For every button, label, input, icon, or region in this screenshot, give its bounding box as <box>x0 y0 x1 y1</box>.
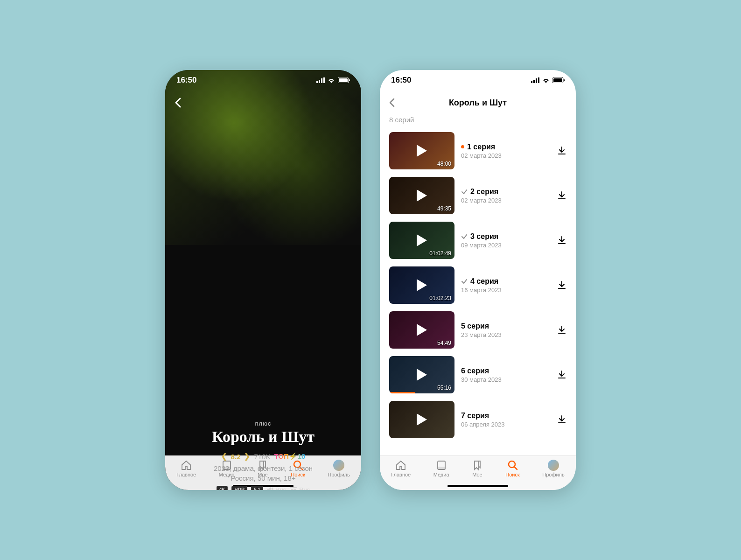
tab-my[interactable]: Моё <box>472 460 483 477</box>
episode-title-line: 5 серия <box>461 322 551 330</box>
episode-download-button[interactable] <box>557 236 566 245</box>
episode-meta: 7 серия 06 апреля 2023 <box>461 412 551 428</box>
tab-profile[interactable]: Профиль <box>542 460 565 477</box>
back-button[interactable] <box>389 98 395 107</box>
check-icon <box>461 189 468 195</box>
episodes-screen: 16:50 Король и Шут 8 серий 48:00 1 серия… <box>380 70 576 490</box>
episode-thumbnail[interactable]: 01:02:49 <box>389 222 454 259</box>
episode-date: 02 марта 2023 <box>461 197 551 204</box>
episode-row: 55:16 6 серия 30 марта 2023 <box>380 352 576 397</box>
episode-title-line: 3 серия <box>461 232 551 241</box>
rating-row: ❮ 8.2 ❯ 710K ТОП⚡10 <box>165 452 361 461</box>
episode-title: 4 серия <box>470 277 498 286</box>
episode-row: 7 серия 06 апреля 2023 <box>380 397 576 442</box>
episode-meta: 3 серия 09 марта 2023 <box>461 232 551 249</box>
episode-title-line: 1 серия <box>461 143 551 151</box>
episode-title-line: 6 серия <box>461 367 551 375</box>
episode-title-line: 7 серия <box>461 412 551 420</box>
detail-screen: 16:50 плюс Король и Шут ❮ 8.2 ❯ 710K ТОП… <box>165 70 361 490</box>
play-icon <box>417 324 427 336</box>
svg-rect-5 <box>339 78 348 82</box>
vote-count: 710K <box>254 453 270 461</box>
current-dot-icon <box>461 145 464 148</box>
play-icon <box>417 279 427 291</box>
download-icon <box>557 370 566 379</box>
episode-download-button[interactable] <box>557 191 566 200</box>
episode-download-button[interactable] <box>557 370 566 379</box>
episode-thumbnail[interactable]: 01:02:23 <box>389 266 454 304</box>
episode-title: 6 серия <box>461 367 489 375</box>
meta-genre: 2023, драма, фэнтези, 1 сезон <box>165 464 361 472</box>
avatar-icon <box>548 460 559 471</box>
status-indicators <box>531 77 565 83</box>
svg-rect-24 <box>564 79 565 81</box>
episode-download-button[interactable] <box>557 415 566 424</box>
check-icon <box>461 233 468 240</box>
quality-chips: 4K HDR 5.1 Rus Rus <box>165 486 361 490</box>
laurel-icon: ❮ <box>221 452 227 461</box>
nav-row: Король и Шут <box>380 93 576 112</box>
play-icon <box>417 413 427 426</box>
cellular-icon <box>531 77 539 83</box>
status-bar: 16:50 <box>380 70 576 91</box>
episode-duration: 01:02:23 <box>429 295 451 301</box>
download-icon <box>557 325 566 335</box>
subs-lang: Rus <box>299 486 310 490</box>
episode-meta: 1 серия 02 марта 2023 <box>461 143 551 159</box>
episode-thumbnail[interactable]: 48:00 <box>389 132 454 169</box>
episode-row: 01:02:49 3 серия 09 марта 2023 <box>380 218 576 263</box>
rating-value: 8.2 <box>231 453 241 461</box>
play-icon <box>417 189 427 202</box>
meta-country: Россия, 50 мин, 18+ <box>165 474 361 482</box>
cellular-icon <box>316 77 325 83</box>
download-icon <box>557 415 566 424</box>
episode-thumbnail[interactable]: 55:16 <box>389 356 454 393</box>
episode-download-button[interactable] <box>557 280 566 290</box>
episode-thumbnail[interactable] <box>389 401 454 438</box>
episode-thumbnail[interactable]: 54:49 <box>389 311 454 349</box>
show-title: Король и Шут <box>165 428 361 446</box>
episode-meta: 2 серия 02 марта 2023 <box>461 188 551 204</box>
svg-rect-0 <box>316 81 318 83</box>
tab-search[interactable]: Поиск <box>505 460 519 477</box>
episode-thumbnail[interactable]: 49:35 <box>389 177 454 214</box>
episode-title: 2 серия <box>470 188 498 196</box>
play-icon <box>417 369 427 381</box>
svg-rect-7 <box>290 487 297 490</box>
episode-download-button[interactable] <box>557 146 566 155</box>
tab-home-label: Главное <box>391 472 411 477</box>
subtitles-icon <box>290 487 297 490</box>
tab-search-label: Поиск <box>505 472 519 477</box>
status-time: 16:50 <box>176 76 196 85</box>
tab-home[interactable]: Главное <box>391 460 411 477</box>
audio-lang: Rus <box>275 486 286 490</box>
svg-rect-8 <box>291 489 293 490</box>
bookmark-icon <box>472 460 483 471</box>
download-icon <box>557 280 566 290</box>
download-icon <box>557 236 566 245</box>
chevron-left-icon <box>175 98 181 108</box>
svg-rect-6 <box>349 79 350 81</box>
episode-download-button[interactable] <box>557 325 566 335</box>
episode-row: 49:35 2 серия 02 марта 2023 <box>380 173 576 218</box>
home-indicator <box>447 485 508 487</box>
episode-meta: 5 серия 23 марта 2023 <box>461 322 551 338</box>
tab-profile-label: Профиль <box>542 472 565 477</box>
episode-title: 1 серия <box>467 143 495 151</box>
back-button[interactable] <box>175 98 181 108</box>
svg-rect-21 <box>538 77 539 83</box>
svg-rect-23 <box>553 78 562 82</box>
header-title: Король и Шут <box>380 98 576 108</box>
detail-body: плюс Король и Шут ❮ 8.2 ❯ 710K ТОП⚡10 20… <box>165 245 361 490</box>
download-icon <box>557 191 566 200</box>
svg-rect-19 <box>533 80 535 83</box>
tab-media[interactable]: Медиа <box>433 460 449 477</box>
episode-duration: 54:49 <box>437 340 451 346</box>
search-icon <box>507 460 518 471</box>
tab-media-label: Медиа <box>433 472 449 477</box>
plus-label: плюс <box>165 420 361 427</box>
play-icon <box>417 234 427 246</box>
episode-row: 01:02:23 4 серия 16 марта 2023 <box>380 263 576 308</box>
episode-date: 23 марта 2023 <box>461 331 551 338</box>
episode-date: 30 марта 2023 <box>461 376 551 383</box>
